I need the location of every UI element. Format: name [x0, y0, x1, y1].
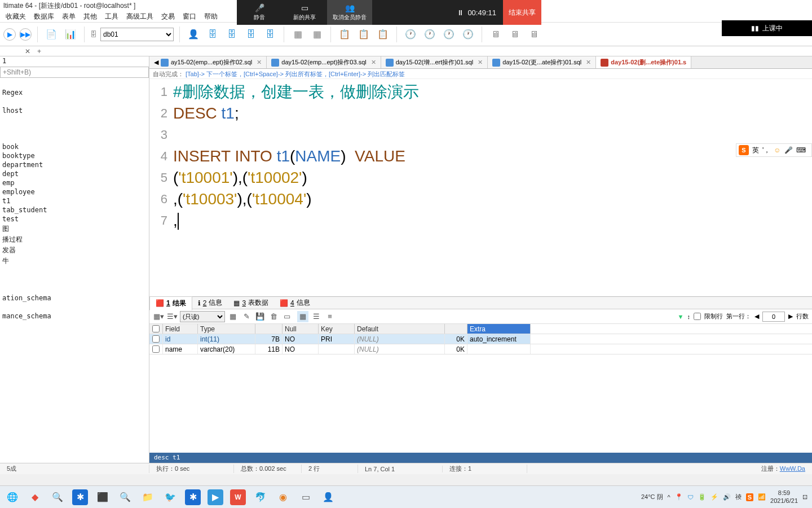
close-tab-icon[interactable]: ✕ [23, 47, 33, 55]
chevron-left-icon[interactable]: ◀ [154, 59, 158, 66]
tray-icon[interactable]: 祾 [735, 493, 742, 501]
app-icon[interactable]: ✱ [72, 489, 88, 505]
query3-icon[interactable]: 📋 [375, 27, 391, 42]
tray-notif-icon[interactable]: ⊡ [802, 493, 807, 501]
database-select[interactable]: db01 [100, 28, 174, 41]
clock4-icon[interactable]: 🕐 [460, 27, 476, 42]
conf-newshare-button[interactable]: ▭新的共享 [282, 0, 327, 25]
edge-icon[interactable]: 🌐 [5, 489, 20, 505]
pause-icon[interactable]: ⏸ [457, 8, 464, 17]
table-item[interactable]: test [0, 214, 149, 224]
tray-shield-icon[interactable]: 🛡 [687, 494, 694, 501]
execute-step-button[interactable]: ▶▶ [19, 28, 32, 41]
file-tab[interactable]: ◀ay15-02(emp...ept)操作02.sql✕ [149, 56, 267, 68]
folder-icon[interactable]: 📁 [140, 489, 156, 505]
ime-punct-icon[interactable]: '， [762, 146, 770, 155]
rtb-icon[interactable]: ✎ [241, 311, 252, 322]
tray-icon[interactable]: 🔋 [698, 493, 706, 501]
db-refresh-icon[interactable]: 🗄 [205, 27, 220, 42]
table-icon-2[interactable]: ▦ [309, 27, 325, 42]
server1-icon[interactable]: 🖥 [488, 27, 504, 42]
rtb-icon[interactable]: ▦ [227, 311, 239, 322]
sqlyog-icon[interactable]: 🐬 [253, 489, 268, 505]
new-query-icon[interactable]: 📄 [43, 27, 59, 42]
app-icon[interactable]: ◉ [275, 489, 291, 505]
query2-icon[interactable]: 📋 [356, 27, 372, 42]
table-item[interactable]: book [0, 142, 149, 151]
app-icon[interactable]: 🐦 [162, 489, 178, 505]
menu-tools[interactable]: 工具 [102, 11, 122, 23]
server2-icon[interactable]: 🖥 [507, 27, 523, 42]
delete-icon[interactable]: 🗑 [268, 311, 279, 322]
table-item[interactable]: department [0, 160, 149, 169]
ime-voice-icon[interactable]: 🎤 [784, 146, 793, 154]
app-icon[interactable]: ▶ [208, 489, 223, 505]
menu-window[interactable]: 窗口 [179, 11, 200, 23]
clock2-icon[interactable]: 🕐 [422, 27, 438, 42]
file-tab[interactable]: day15-02(emp...ept)操作03.sql✕ [267, 56, 381, 68]
select-all-checkbox[interactable] [152, 325, 160, 332]
readonly-select[interactable]: (只读) [180, 311, 225, 322]
ime-emoji-icon[interactable]: ☺ [774, 146, 780, 154]
close-icon[interactable]: ✕ [257, 59, 262, 66]
ime-toolbar[interactable]: S 英 '， ☺ 🎤 ⌨ [736, 143, 812, 157]
grid-mode-icon[interactable]: ▦ [297, 311, 308, 322]
result-tab-result[interactable]: 🟥 1 结果 [149, 296, 192, 310]
table-item[interactable]: emp [0, 178, 149, 187]
result-tab-info2[interactable]: 🟥 4 信息 [274, 296, 316, 309]
add-tab-icon[interactable]: + [35, 47, 43, 55]
result-tab-info[interactable]: ℹ 2 信息 [192, 296, 228, 309]
sql-editor[interactable]: 1#删除数据，创建一表，做删除演示2DESC t1;34INSERT INTO … [149, 79, 812, 296]
db-add-icon[interactable]: 🗄 [224, 27, 240, 42]
close-icon[interactable]: ✕ [586, 59, 591, 66]
execute-button[interactable]: ▶ [3, 28, 16, 41]
search-icon[interactable]: 🔍 [117, 489, 133, 505]
app-icon[interactable]: 👤 [320, 489, 336, 505]
file-tab-active[interactable]: day15-02(删...ete操作)01.s [596, 56, 691, 68]
schema-item[interactable]: mance_schema [0, 312, 149, 321]
table-item[interactable]: booktype [0, 151, 149, 160]
menu-fav[interactable]: 收藏夹 [2, 11, 29, 23]
tray-up-icon[interactable]: ^ [668, 494, 670, 501]
tray-wifi-icon[interactable]: 📶 [758, 493, 766, 501]
filter-input[interactable]: +Shift+B) [0, 67, 149, 78]
schema-item[interactable]: ation_schema [0, 294, 149, 303]
app-icon[interactable]: ✱ [185, 489, 201, 505]
form-view-icon[interactable]: ☰▾ [166, 311, 178, 322]
db-sync-icon[interactable]: 🗄 [243, 27, 259, 42]
table-item[interactable]: tab_student [0, 205, 149, 214]
table-item[interactable]: t1 [0, 196, 149, 205]
table-item[interactable]: dept [0, 169, 149, 178]
table-row[interactable]: name varchar(20) 11B NO (NULL) 0K [149, 344, 812, 354]
user-icon[interactable]: 👤 [186, 27, 201, 42]
file-tab[interactable]: day15-02(增...ert操作)01.sql✕ [381, 56, 488, 68]
ime-keyboard-icon[interactable]: ⌨ [796, 146, 806, 154]
menu-other[interactable]: 其他 [80, 11, 100, 23]
menu-table[interactable]: 表单 [59, 11, 79, 23]
close-icon[interactable]: ✕ [478, 59, 483, 66]
tray-volume-icon[interactable]: 🔊 [723, 493, 731, 501]
weather-widget[interactable]: 24°C 阴 [641, 493, 663, 501]
app-icon[interactable]: ▭ [298, 489, 314, 505]
new-conn-icon[interactable]: 📊 [63, 27, 78, 42]
rtb-icon[interactable]: ▭ [281, 311, 293, 322]
explorer-icon[interactable]: 🔍 [50, 489, 65, 505]
list-mode-icon[interactable]: ☰ [311, 311, 322, 322]
prev-icon[interactable]: ◀ [754, 313, 759, 320]
tray-sogou-icon[interactable]: S [746, 493, 753, 501]
close-icon[interactable]: ✕ [371, 59, 376, 66]
table-icon-1[interactable]: ▦ [290, 27, 306, 42]
query1-icon[interactable]: 📋 [337, 27, 352, 42]
text-mode-icon[interactable]: ≡ [324, 311, 336, 322]
app-icon[interactable]: ◆ [27, 489, 43, 505]
table-item[interactable]: 播过程 [0, 234, 149, 245]
filter-icon[interactable]: ▼ [678, 313, 684, 320]
tray-icon[interactable]: 📍 [675, 493, 683, 501]
save-icon[interactable]: 💾 [254, 311, 266, 322]
firstrow-input[interactable] [762, 312, 785, 322]
file-tab[interactable]: day15-02(更...ate操作)01.sql✕ [488, 56, 596, 68]
table-row[interactable]: id int(11) 7B NO PRI (NULL) 0K auto_incr… [149, 334, 812, 344]
menu-trans[interactable]: 交易 [158, 11, 178, 23]
limit-checkbox[interactable] [694, 313, 701, 320]
menu-help[interactable]: 帮助 [201, 11, 221, 23]
